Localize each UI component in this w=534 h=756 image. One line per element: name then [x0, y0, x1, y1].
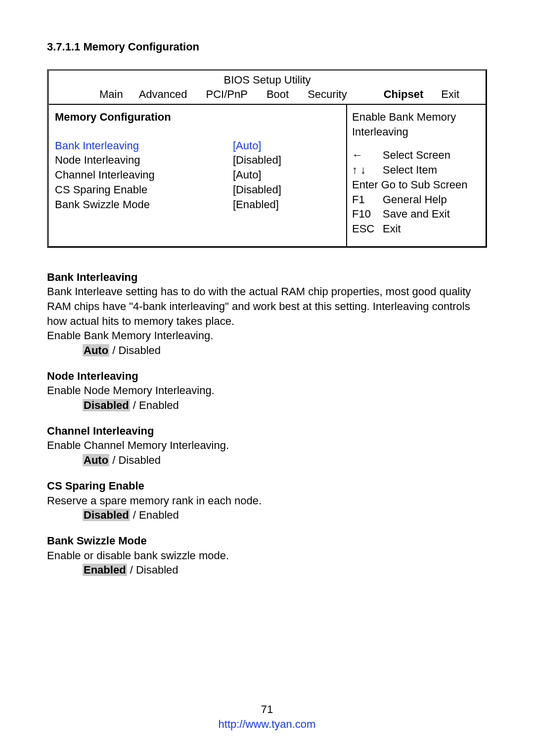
desc-body: Reserve a spare memory rank in each node… [47, 493, 487, 508]
desc-title: Bank Interleaving [47, 270, 487, 285]
bios-body: Memory Configuration Bank Interleaving N… [49, 104, 486, 246]
alt-option: / Disabled [109, 344, 161, 356]
alt-option: / Disabled [109, 454, 161, 466]
desc-title: Node Interleaving [47, 369, 487, 384]
key-enter: Enter Go to Sub Screen [352, 178, 481, 192]
tab-advanced[interactable]: Advanced [139, 87, 187, 102]
bios-right-panel: Enable Bank Memory Interleaving ← Select… [347, 105, 486, 246]
desc-title: Bank Swizzle Mode [47, 534, 487, 548]
panel-title: Memory Configuration [55, 110, 340, 125]
bios-title: BIOS Setup Utility [49, 71, 486, 88]
help-description: Enable Bank Memory Interleaving [352, 110, 481, 139]
key-esc: ESC Exit [352, 222, 481, 236]
desc-body: Bank Interleave setting has to do with t… [47, 284, 487, 328]
settings-list: Bank Interleaving Node Interleaving Chan… [55, 138, 340, 212]
left-arrow-icon: ← [352, 148, 383, 163]
desc-bank-interleaving: Bank Interleaving Bank Interleave settin… [47, 270, 487, 358]
key-f1: F1 General Help [352, 192, 481, 207]
bios-box: BIOS Setup Utility Main Advanced PCI/PnP… [47, 69, 487, 248]
desc-options: Auto / Disabled [47, 453, 487, 468]
value-node-interleaving[interactable]: [Disabled] [233, 153, 281, 168]
desc-title: CS Sparing Enable [47, 479, 487, 493]
key-key: ESC [352, 222, 383, 236]
setting-cs-sparing[interactable]: CS Sparing Enable [55, 182, 233, 197]
desc-cs-sparing: CS Sparing Enable Reserve a spare memory… [47, 479, 487, 523]
key-f10: F10 Save and Exit [352, 207, 481, 222]
default-option: Disabled [83, 399, 130, 411]
desc-bank-swizzle: Bank Swizzle Mode Enable or disable bank… [47, 534, 487, 578]
setting-bank-interleaving[interactable]: Bank Interleaving [55, 138, 233, 153]
help-desc-line2: Interleaving [352, 125, 481, 139]
key-label: Exit [383, 222, 401, 236]
tab-security[interactable]: Security [308, 87, 347, 102]
desc-options: Enabled / Disabled [47, 563, 487, 578]
updown-arrow-icon: ↑ ↓ [352, 163, 383, 178]
desc-body: Enable Channel Memory Interleaving. [47, 438, 487, 453]
desc-body: Enable Bank Memory Interleaving. [47, 328, 487, 343]
settings-values: [Auto] [Disabled] [Auto] [Disabled] [Ena… [233, 138, 281, 212]
value-bank-swizzle[interactable]: [Enabled] [233, 197, 281, 212]
settings-labels: Bank Interleaving Node Interleaving Chan… [55, 138, 233, 212]
key-label: Save and Exit [383, 207, 450, 222]
desc-title: Channel Interleaving [47, 424, 487, 439]
help-desc-line1: Enable Bank Memory [352, 110, 481, 125]
alt-option: / Disabled [127, 564, 178, 576]
alt-option: / Enabled [130, 509, 179, 521]
default-option: Disabled [83, 509, 130, 521]
key-select-item: ↑ ↓ Select Item [352, 163, 481, 178]
key-key: F10 [352, 207, 383, 222]
desc-node-interleaving: Node Interleaving Enable Node Memory Int… [47, 369, 487, 413]
value-channel-interleaving[interactable]: [Auto] [233, 168, 281, 182]
default-option: Auto [83, 454, 109, 466]
setting-channel-interleaving[interactable]: Channel Interleaving [55, 168, 233, 182]
tab-pcipnp[interactable]: PCI/PnP [206, 87, 248, 102]
desc-options: Disabled / Enabled [47, 398, 487, 413]
desc-body: Enable Node Memory Interleaving. [47, 383, 487, 398]
tab-chipset[interactable]: Chipset [384, 87, 424, 102]
key-label: Select Screen [383, 148, 450, 163]
bios-left-panel: Memory Configuration Bank Interleaving N… [49, 105, 347, 246]
tab-boot[interactable]: Boot [267, 87, 289, 102]
desc-options: Auto / Disabled [47, 343, 487, 358]
setting-bank-swizzle[interactable]: Bank Swizzle Mode [55, 197, 233, 212]
key-label: Select Item [383, 163, 437, 178]
key-key: F1 [352, 192, 383, 207]
setting-node-interleaving[interactable]: Node Interleaving [55, 153, 233, 168]
alt-option: / Enabled [130, 399, 179, 411]
value-bank-interleaving[interactable]: [Auto] [233, 138, 281, 153]
key-select-screen: ← Select Screen [352, 148, 481, 163]
default-option: Enabled [83, 564, 127, 576]
tab-exit[interactable]: Exit [441, 87, 459, 102]
section-heading: 3.7.1.1 Memory Configuration [47, 40, 487, 54]
default-option: Auto [83, 344, 109, 356]
desc-channel-interleaving: Channel Interleaving Enable Channel Memo… [47, 424, 487, 468]
bios-tabs: Main Advanced PCI/PnP Boot Security Chip… [49, 87, 486, 104]
desc-options: Disabled / Enabled [47, 508, 487, 523]
value-cs-sparing[interactable]: [Disabled] [233, 182, 281, 197]
tab-main[interactable]: Main [99, 87, 123, 102]
desc-body: Enable or disable bank swizzle mode. [47, 548, 487, 563]
key-label: General Help [383, 192, 447, 207]
